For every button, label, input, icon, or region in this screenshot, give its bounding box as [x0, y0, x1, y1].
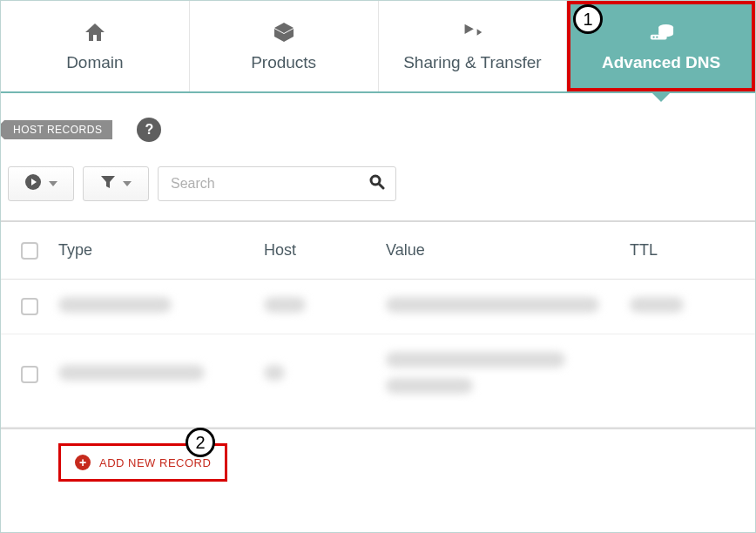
row-checkbox[interactable] — [21, 298, 38, 315]
annotation-step-1: 1 — [573, 4, 603, 34]
home-icon — [82, 20, 108, 44]
tab-label-products: Products — [251, 53, 316, 72]
filter-dropdown-button[interactable] — [83, 166, 149, 201]
col-header-ttl[interactable]: TTL — [630, 241, 755, 260]
table-header: Type Host Value TTL — [1, 222, 755, 280]
funnel-icon — [100, 174, 116, 193]
top-tabbar: Domain Products Sharing & Transfer — [1, 1, 755, 93]
annotation-step-2-number: 2 — [195, 433, 205, 453]
row-checkbox[interactable] — [21, 366, 38, 383]
blurred-cell — [58, 365, 205, 381]
table-row[interactable] — [1, 334, 755, 428]
tab-sharing[interactable]: Sharing & Transfer — [379, 1, 568, 91]
select-all-checkbox[interactable] — [21, 242, 38, 260]
host-records-tag: HOST RECORDS — [4, 120, 112, 139]
annotation-step-2: 2 — [186, 428, 215, 457]
play-dropdown-button[interactable] — [8, 166, 74, 201]
play-icon — [24, 173, 42, 194]
tab-domain[interactable]: Domain — [1, 1, 190, 91]
chevron-down-icon — [49, 181, 57, 186]
blurred-cell — [386, 352, 565, 368]
chevron-down-icon — [123, 181, 132, 186]
section-host-records: HOST RECORDS ? — [1, 93, 755, 151]
search-input[interactable] — [169, 175, 369, 192]
search-box[interactable] — [158, 166, 396, 201]
table-footer: + ADD NEW RECORD 2 — [1, 428, 755, 508]
blurred-cell — [264, 297, 306, 313]
annotation-step-1-number: 1 — [583, 10, 592, 30]
add-new-record-label: ADD NEW RECORD — [99, 456, 211, 469]
blurred-cell — [630, 297, 684, 313]
cube-icon — [271, 20, 297, 44]
records-toolbar — [1, 151, 755, 220]
plus-circle-icon: + — [75, 455, 91, 470]
svg-line-9 — [379, 184, 383, 188]
tab-label-domain: Domain — [66, 53, 123, 72]
records-table: Type Host Value TTL — [1, 220, 755, 428]
search-icon[interactable] — [369, 174, 385, 193]
svg-point-4 — [653, 37, 655, 38]
svg-point-5 — [656, 37, 658, 38]
tab-label-advanced-dns: Advanced DNS — [602, 53, 720, 72]
blurred-cell — [58, 297, 172, 313]
help-icon[interactable]: ? — [137, 118, 161, 142]
col-header-host[interactable]: Host — [264, 241, 386, 260]
help-icon-glyph: ? — [145, 122, 154, 138]
tab-label-sharing: Sharing & Transfer — [403, 53, 541, 72]
share-transfer-icon — [459, 20, 485, 44]
blurred-cell — [386, 297, 599, 313]
blurred-cell — [264, 365, 285, 381]
tab-products[interactable]: Products — [190, 1, 379, 91]
dns-management-panel: Domain Products Sharing & Transfer — [0, 0, 756, 533]
blurred-cell — [386, 378, 473, 394]
table-row[interactable] — [1, 280, 755, 334]
col-header-type[interactable]: Type — [58, 241, 264, 260]
server-stack-icon — [648, 20, 674, 44]
col-header-value[interactable]: Value — [386, 241, 630, 260]
